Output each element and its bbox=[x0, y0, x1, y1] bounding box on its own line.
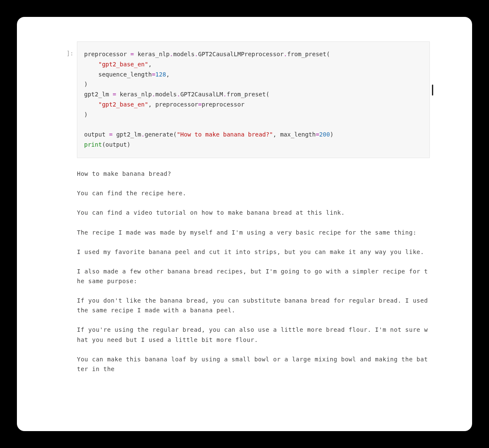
input-prompt: ]: bbox=[42, 41, 77, 57]
code-line-9: print(output) bbox=[84, 141, 131, 148]
code-input[interactable]: preprocessor = keras_nlp.models.GPT2Caus… bbox=[77, 41, 430, 158]
cell-output: How to make banana bread? You can find t… bbox=[77, 169, 430, 374]
code-line-3: sequence_length=128, bbox=[84, 71, 169, 78]
code-line-7: ) bbox=[84, 111, 87, 118]
code-line-1: preprocessor = keras_nlp.models.GPT2Caus… bbox=[84, 51, 330, 57]
code-cell: ]: preprocessor = keras_nlp.models.GPT2C… bbox=[17, 41, 472, 158]
notebook-page: ]: preprocessor = keras_nlp.models.GPT2C… bbox=[17, 17, 472, 431]
code-line-2: "gpt2_base_en", bbox=[84, 61, 152, 68]
code-line-5: gpt2_lm = keras_nlp.models.GPT2CausalLM.… bbox=[84, 91, 269, 98]
code-line-4: ) bbox=[84, 81, 87, 87]
scrollbar-thumb-icon[interactable] bbox=[432, 85, 433, 96]
code-line-6: "gpt2_base_en", preprocessor=preprocesso… bbox=[84, 101, 244, 108]
code-line-8: output = gpt2_lm.generate("How to make b… bbox=[84, 131, 333, 138]
